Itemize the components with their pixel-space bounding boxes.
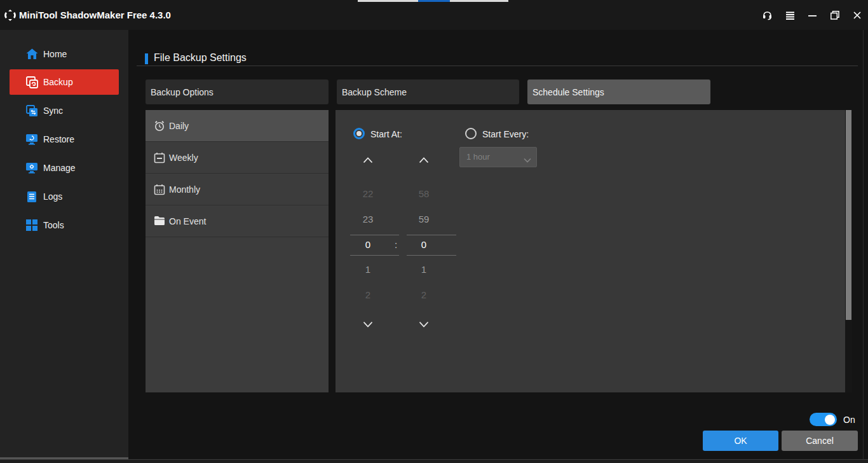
minute-down-button[interactable] [405,321,443,328]
start-at-label: Start At: [370,129,402,139]
tab-label: Backup Scheme [342,87,407,97]
hour-up-button[interactable] [349,157,387,163]
time-separator: : [391,239,400,250]
hour-selected[interactable]: 0 [349,239,387,250]
selection-line [407,235,456,235]
calendar-week-icon [154,152,165,163]
backup-icon [25,76,38,88]
sidebar-item-label: Logs [43,191,62,202]
toggle-state-label: On [843,415,855,425]
hour-down-button[interactable] [349,321,387,328]
schedule-row-weekly[interactable]: Weekly [146,142,329,174]
start-at-radio[interactable] [353,128,365,139]
sync-icon [25,104,38,117]
schedule-row-daily[interactable]: Daily [146,110,329,142]
schedule-row-label: Weekly [169,153,198,163]
ok-button-label: OK [734,436,747,446]
header-divider [137,66,858,66]
hour-option[interactable]: 23 [349,214,387,225]
tab-label: Schedule Settings [532,87,604,97]
sidebar-item-label: Manage [43,163,76,173]
sidebar-item-label: Sync [43,106,63,116]
alarm-clock-icon [154,120,165,132]
start-every-label: Start Every: [482,129,529,139]
hour-option[interactable]: 2 [349,289,387,300]
sidebar-item-sync[interactable]: Sync [0,98,128,123]
support-headset-icon[interactable] [759,8,775,23]
background-window-strip-light-left [358,0,418,2]
minute-option[interactable]: 59 [405,214,443,225]
cancel-button-label: Cancel [806,436,834,446]
tab-label: Backup Options [151,87,214,97]
cancel-button[interactable]: Cancel [782,431,858,451]
sidebar-item-label: Home [43,49,67,59]
schedule-row-monthly[interactable]: Monthly [146,174,329,205]
sidebar-item-restore[interactable]: Restore [0,127,128,152]
ok-button[interactable]: OK [703,431,778,451]
minimize-icon[interactable] [804,8,820,23]
tab-backup-options[interactable]: Backup Options [146,79,329,104]
scrollbar-track[interactable] [845,110,852,392]
chevron-down-icon [524,154,531,165]
restore-icon [25,133,38,146]
titlebar: MiniTool ShadowMaker Free 4.3.0 [0,0,868,30]
sidebar-item-tools[interactable]: Tools [0,212,128,238]
sidebar: Home Backup Sync [0,30,128,459]
sidebar-item-home[interactable]: Home [0,41,128,67]
app-window: MiniTool ShadowMaker Free 4.3.0 [0,0,868,463]
schedule-row-label: On Event [169,216,206,226]
minute-option[interactable]: 2 [405,289,443,300]
schedule-toggle[interactable] [810,413,837,426]
selection-line [350,235,399,235]
maximize-restore-icon[interactable] [827,8,843,23]
sidebar-item-backup[interactable]: Backup [10,69,119,95]
schedule-type-list: Daily Weekly Monthly [146,110,329,392]
window-bottom-edge [0,459,868,463]
background-window-strip-light-right [450,0,508,2]
background-window-strip-blue [418,0,450,2]
sidebar-item-logs[interactable]: Logs [0,184,128,209]
tab-schedule-settings[interactable]: Schedule Settings [527,79,710,104]
minute-selected[interactable]: 0 [405,239,443,250]
schedule-row-on-event[interactable]: On Event [146,205,329,237]
folder-icon [154,216,165,227]
minute-up-button[interactable] [405,157,443,163]
manage-icon [25,162,38,174]
page-title: File Backup Settings [154,52,247,64]
minute-option[interactable]: 1 [405,264,443,275]
sidebar-item-label: Tools [43,220,64,230]
scrollbar-thumb[interactable] [846,110,851,320]
selection-line [407,255,456,256]
schedule-row-label: Monthly [169,184,200,195]
sidebar-item-label: Backup [43,77,73,87]
selection-line [350,255,399,256]
interval-dropdown[interactable]: 1 hour [459,147,537,167]
hour-option[interactable]: 22 [349,188,387,199]
minitool-logo-icon [3,8,17,22]
close-icon[interactable] [849,8,865,23]
toggle-knob [825,415,835,425]
logs-icon [25,190,38,203]
minute-option[interactable]: 58 [405,188,443,199]
start-every-radio[interactable] [465,128,477,139]
schedule-row-label: Daily [169,121,189,131]
tools-icon [25,219,38,232]
page-title-accent-bar [145,53,148,64]
window-right-edge [863,30,864,459]
calendar-month-icon [154,184,165,195]
sidebar-item-label: Restore [43,134,74,144]
sidebar-item-manage[interactable]: Manage [0,155,128,181]
tab-backup-scheme[interactable]: Backup Scheme [337,79,519,104]
interval-value: 1 hour [466,152,490,162]
home-icon [25,48,38,60]
app-title: MiniTool ShadowMaker Free 4.3.0 [19,10,171,20]
schedule-settings-panel: Start At: Start Every: 1 hour 22 23 0 1 … [336,110,845,392]
hour-option[interactable]: 1 [349,264,387,275]
menu-icon[interactable] [782,8,798,23]
